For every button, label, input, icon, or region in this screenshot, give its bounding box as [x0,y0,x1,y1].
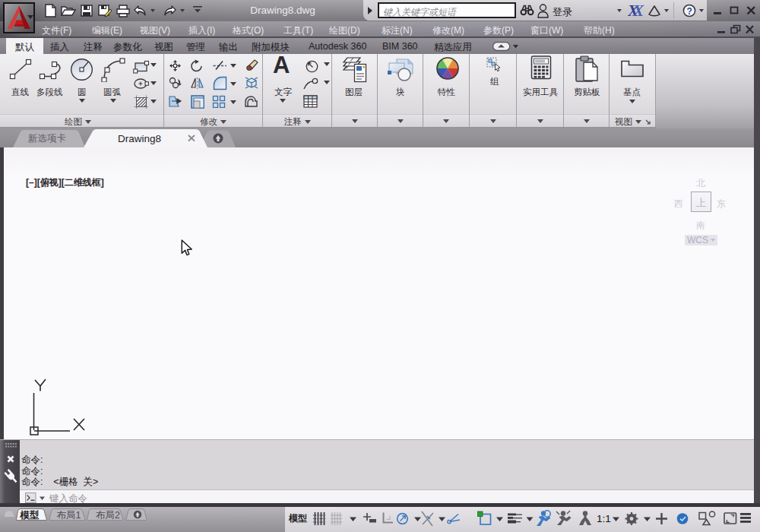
svg-text:布局2: 布局2 [96,510,120,521]
svg-text:X: X [632,3,644,18]
svg-text:布局1: 布局1 [57,510,81,521]
svg-text:?: ? [687,6,692,17]
svg-text:Drawing8: Drawing8 [118,133,161,144]
svg-text:模型: 模型 [20,510,40,521]
svg-text:新选项卡: 新选项卡 [28,133,66,144]
svg-text:模型: 模型 [288,513,307,524]
svg-text:1:1: 1:1 [597,513,611,524]
